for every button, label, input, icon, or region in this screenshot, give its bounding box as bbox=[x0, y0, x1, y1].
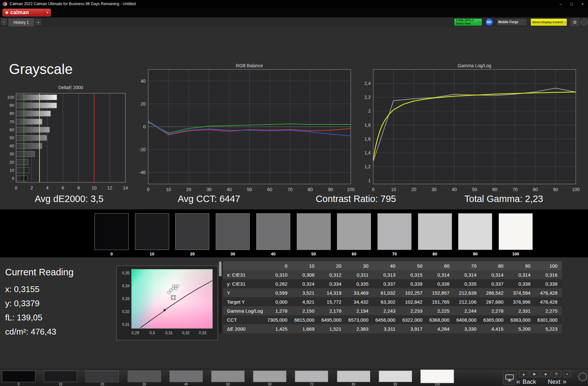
table-cell: 0,339 bbox=[400, 279, 427, 288]
svg-text:0,33: 0,33 bbox=[122, 297, 130, 301]
table-cell: 2,331 bbox=[508, 306, 535, 315]
pattern-button-80[interactable] bbox=[337, 371, 370, 382]
table-cell: 2,194 bbox=[346, 306, 373, 315]
pattern-button-90[interactable] bbox=[379, 371, 412, 382]
pattern-button-50[interactable] bbox=[211, 371, 245, 382]
svg-text:70: 70 bbox=[512, 187, 518, 192]
back-button[interactable]: « Back bbox=[516, 378, 536, 385]
total-gamma-stat: Total Gamma: 2,23 bbox=[439, 194, 568, 204]
svg-text:40: 40 bbox=[452, 187, 457, 192]
svg-text:30: 30 bbox=[431, 187, 437, 192]
svg-text:60: 60 bbox=[267, 187, 272, 192]
meter-selector[interactable]: X-Rite i1Pro 3 Direct View ▾ bbox=[454, 18, 482, 26]
table-cell: 5,200 bbox=[508, 324, 535, 333]
table-cell: 212,106 bbox=[454, 297, 481, 306]
patch-label: 90 bbox=[458, 252, 492, 256]
svg-text:50: 50 bbox=[247, 187, 252, 192]
scrollbar-thumb[interactable] bbox=[219, 262, 222, 276]
table-cell: 476,428 bbox=[535, 297, 562, 306]
table-cell: 3,311 bbox=[373, 324, 400, 333]
table-cell: 14,319 bbox=[319, 288, 346, 297]
table-cell: 0,338 bbox=[535, 279, 562, 288]
reading-cdm2: cd/m²: 476,43 bbox=[5, 327, 56, 337]
svg-text:40: 40 bbox=[227, 187, 232, 192]
patch-label: 30 bbox=[216, 252, 250, 256]
table-cell: 102,257 bbox=[400, 288, 427, 297]
next-button[interactable]: Next » bbox=[548, 378, 566, 385]
title-bar: Calman 2022 Calman Ultimate for Business… bbox=[0, 0, 588, 8]
stop-button[interactable]: ■ bbox=[541, 371, 550, 377]
meter-position-button[interactable] bbox=[578, 372, 587, 381]
pattern-button-30[interactable] bbox=[128, 371, 161, 382]
svg-text:80: 80 bbox=[308, 187, 313, 192]
table-cell: 6495,000 bbox=[319, 315, 346, 324]
record-button[interactable]: ● bbox=[563, 371, 571, 377]
reading-x: x: 0,3155 bbox=[5, 284, 40, 294]
row-label: Gamma Log/Log bbox=[223, 306, 265, 315]
table-cell: 0,316 bbox=[535, 270, 562, 279]
svg-text:0: 0 bbox=[147, 187, 149, 192]
svg-text:60: 60 bbox=[10, 127, 14, 132]
settings-gear-button[interactable]: ⚙ bbox=[570, 18, 579, 26]
pattern-button-40[interactable] bbox=[169, 371, 203, 382]
panel-expand-button[interactable]: › bbox=[1, 19, 6, 25]
table-cell: 4,284 bbox=[427, 324, 454, 333]
maximize-button[interactable]: □ bbox=[566, 0, 577, 8]
table-cell: 0,314 bbox=[508, 270, 535, 279]
svg-text:20: 20 bbox=[411, 187, 416, 192]
arrow-up-button[interactable]: ▲ bbox=[519, 371, 529, 377]
table-scrollbar[interactable] bbox=[219, 261, 222, 333]
session-round-button[interactable] bbox=[581, 19, 588, 26]
cie-diagram-panel: 0,290,30,310,320,330,350,340,330,320,31 bbox=[116, 266, 218, 340]
table-cell: 63,302 bbox=[373, 297, 400, 306]
display-control-selector[interactable]: Direct Display Control ▾ bbox=[530, 18, 567, 26]
minimize-button[interactable]: – bbox=[555, 0, 566, 8]
table-cell: 0,314 bbox=[427, 270, 454, 279]
patch-label: 60 bbox=[337, 252, 371, 256]
svg-text:0,32: 0,32 bbox=[182, 331, 190, 335]
grayscale-patch-40 bbox=[256, 213, 290, 250]
patch-label: 70 bbox=[377, 252, 412, 256]
svg-text:12: 12 bbox=[107, 185, 113, 190]
page-title: Grayscale bbox=[9, 61, 73, 77]
pattern-button-20[interactable] bbox=[86, 371, 119, 382]
chevron-left-icon: « bbox=[516, 378, 520, 385]
table-cell: 3,917 bbox=[400, 324, 427, 333]
svg-text:10: 10 bbox=[92, 185, 97, 190]
table-cell: 6301,000 bbox=[535, 315, 562, 324]
table-cell: 152,857 bbox=[427, 288, 454, 297]
meter-status-badge: 587 bbox=[485, 18, 493, 26]
pattern-button-10[interactable] bbox=[44, 371, 77, 382]
row-label: x: CIE31 bbox=[223, 270, 265, 279]
pattern-label: 70 bbox=[295, 382, 328, 386]
pattern-button-0[interactable] bbox=[2, 371, 35, 382]
play-button[interactable]: ▶ bbox=[530, 371, 539, 377]
close-button[interactable]: × bbox=[577, 0, 588, 8]
refresh-button[interactable]: ↻ bbox=[552, 371, 561, 377]
column-header: 20 bbox=[319, 261, 346, 270]
display-pattern-button[interactable] bbox=[503, 371, 516, 385]
svg-text:6: 6 bbox=[62, 185, 64, 190]
tab-history-1[interactable]: History 1 bbox=[8, 18, 34, 26]
chevron-right-icon: » bbox=[563, 378, 566, 385]
avg-cct-stat: Avg CCT: 6447 bbox=[148, 194, 270, 204]
table-cell: 2,233 bbox=[400, 306, 427, 315]
add-tab-button[interactable]: + bbox=[35, 19, 41, 25]
svg-text:40: 40 bbox=[10, 143, 14, 148]
table-cell: 287,680 bbox=[481, 297, 508, 306]
pattern-button-70[interactable] bbox=[295, 371, 328, 382]
pattern-label: 0 bbox=[2, 382, 35, 386]
pattern-button-100[interactable] bbox=[421, 370, 454, 383]
svg-text:0: 0 bbox=[12, 176, 14, 181]
table-cell: 2,275 bbox=[535, 306, 562, 315]
svg-text:1,6: 1,6 bbox=[365, 136, 371, 142]
refresh-icon: ↻ bbox=[555, 372, 558, 376]
pattern-button-60[interactable] bbox=[253, 371, 286, 382]
table-cell: 0,312 bbox=[319, 270, 346, 279]
table-cell: 3,521 bbox=[292, 288, 319, 297]
monitor-icon bbox=[505, 374, 514, 381]
source-selector[interactable]: Mobile Forge ▾ bbox=[496, 18, 527, 26]
row-label: Target Y bbox=[223, 297, 265, 306]
pattern-label: 30 bbox=[128, 382, 161, 386]
calman-menu-button[interactable]: ✱ calman ▾ bbox=[3, 9, 51, 16]
